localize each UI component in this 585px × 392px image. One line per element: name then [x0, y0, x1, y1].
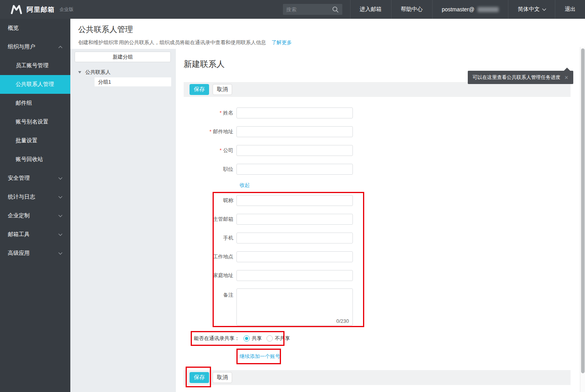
- sidebar-item-overview[interactable]: 概览: [0, 19, 70, 38]
- account-menu[interactable]: postmaster@: [432, 0, 508, 19]
- form-row-mobile: 手机: [176, 233, 580, 243]
- close-icon[interactable]: ✕: [564, 75, 569, 81]
- brand-name: 阿里邮箱: [27, 5, 55, 14]
- position-label: 职位: [176, 166, 236, 173]
- sidebar-item-label: 安全管理: [8, 175, 30, 182]
- sidebar-item-account-alias[interactable]: 账号别名设置: [0, 113, 70, 131]
- email-label: *邮件地址: [176, 128, 236, 135]
- required-mark: *: [220, 147, 222, 153]
- form-row-remark: 备注 0/230: [176, 288, 580, 327]
- work-address-label: 工作地点: [176, 253, 236, 260]
- scrollbar[interactable]: [580, 47, 585, 392]
- cancel-button-bottom[interactable]: 取消: [213, 372, 232, 383]
- form-row-work-address: 工作地点: [176, 251, 580, 262]
- sidebar-item-enterprise-custom[interactable]: 企业定制: [0, 206, 70, 225]
- company-input[interactable]: [236, 145, 353, 156]
- sidebar-item-org-users[interactable]: 组织与用户: [0, 38, 70, 56]
- alimail-logo-icon: [10, 5, 23, 14]
- name-input[interactable]: [236, 107, 353, 118]
- sidebar-item-label: 批量设置: [16, 137, 38, 144]
- page-title: 公共联系人管理: [78, 24, 585, 35]
- new-group-button[interactable]: 新建分组: [75, 52, 171, 62]
- mobile-input[interactable]: [236, 233, 353, 243]
- logout-label: 退出: [565, 6, 576, 13]
- email-input[interactable]: [236, 126, 353, 137]
- tree-root-public-contacts[interactable]: 公共联系人: [78, 69, 111, 76]
- chevron-down-icon: [59, 213, 63, 217]
- search-icon[interactable]: [332, 6, 339, 13]
- remark-counter: 0/230: [336, 318, 349, 324]
- chevron-down-icon: [542, 7, 546, 11]
- sidebar: 概览 组织与用户 员工账号管理 公共联系人管理 邮件组 账号别名设置 批量设置 …: [0, 19, 70, 392]
- collapse-link[interactable]: 收起: [240, 182, 250, 189]
- save-button-top[interactable]: 保存: [190, 84, 209, 95]
- form-row-supervisor-email: 主管邮箱: [176, 214, 580, 225]
- bottom-toolbar: 保存 取消: [184, 370, 571, 385]
- sidebar-item-mail-tools[interactable]: 邮箱工具: [0, 225, 70, 244]
- sidebar-item-stats-logs[interactable]: 统计与日志: [0, 188, 70, 206]
- logout-link[interactable]: 退出: [555, 0, 585, 19]
- sidebar-item-label: 概览: [8, 25, 19, 32]
- sidebar-item-mail-groups[interactable]: 邮件组: [0, 94, 70, 113]
- work-address-input[interactable]: [236, 251, 353, 262]
- nickname-label: 昵称: [176, 197, 236, 204]
- sidebar-item-batch-settings[interactable]: 批量设置: [0, 131, 70, 150]
- share-row: 能否在通讯录共享： 共享 不共享: [194, 334, 295, 343]
- sidebar-item-security[interactable]: 安全管理: [0, 169, 70, 188]
- share-radio-yes[interactable]: [243, 335, 250, 342]
- tree-root-label: 公共联系人: [85, 69, 111, 76]
- sidebar-item-advanced-apps[interactable]: 高级应用: [0, 244, 70, 263]
- cancel-button-top[interactable]: 取消: [213, 84, 232, 95]
- tooltip-text: 可以在这里查看公共联系人管理任务进度: [472, 74, 560, 81]
- form-title: 新建联系人: [184, 59, 225, 70]
- sidebar-item-label: 员工账号管理: [16, 62, 48, 69]
- sidebar-item-label: 邮件组: [16, 100, 32, 107]
- edition-badge: 企业版: [59, 6, 73, 13]
- chevron-down-icon: [59, 251, 63, 255]
- new-contact-form: 新建联系人 保存 取消 *姓名 *邮件地址 *公司 职位 收起 昵称 主管邮箱 …: [176, 49, 580, 392]
- chevron-down-icon: [59, 195, 63, 199]
- company-label: *公司: [176, 147, 236, 154]
- search-input[interactable]: [286, 7, 332, 13]
- language-selector[interactable]: 简体中文: [508, 0, 555, 19]
- help-center-link[interactable]: 帮助中心: [391, 0, 432, 19]
- sidebar-item-label: 邮箱工具: [8, 231, 30, 238]
- sidebar-item-label: 组织与用户: [8, 43, 35, 50]
- share-no-label: 不共享: [275, 335, 290, 342]
- sidebar-item-employee-accounts[interactable]: 员工账号管理: [0, 56, 70, 75]
- page-subtitle-text: 创建和维护组织常用的公共联系人，组织成员将能在通讯录中查看和使用联系人信息: [78, 39, 266, 45]
- nickname-input[interactable]: [236, 195, 353, 206]
- task-progress-tooltip: 可以在这里查看公共联系人管理任务进度 ✕: [468, 71, 573, 84]
- enter-mailbox-link[interactable]: 进入邮箱: [350, 0, 391, 19]
- position-input[interactable]: [236, 164, 353, 175]
- language-label: 简体中文: [518, 6, 540, 13]
- remark-label: 备注: [176, 288, 236, 327]
- form-row-name: *姓名: [176, 107, 580, 118]
- name-label: *姓名: [176, 109, 236, 116]
- save-button-bottom[interactable]: 保存: [190, 372, 209, 383]
- sidebar-item-account-recycle[interactable]: 账号回收站: [0, 150, 70, 169]
- search-box[interactable]: [283, 4, 342, 15]
- home-address-input[interactable]: [236, 270, 353, 281]
- scrollbar-thumb[interactable]: [581, 48, 585, 373]
- remark-textarea[interactable]: [236, 288, 353, 326]
- form-row-nickname: 昵称: [176, 195, 580, 206]
- sidebar-item-label: 高级应用: [8, 250, 30, 257]
- form-row-email: *邮件地址: [176, 126, 580, 137]
- remark-wrap: 0/230: [236, 288, 353, 327]
- mobile-label: 手机: [176, 234, 236, 242]
- sidebar-item-public-contacts[interactable]: 公共联系人管理: [0, 75, 70, 94]
- share-radio-no[interactable]: [267, 335, 273, 342]
- help-center-label: 帮助中心: [401, 6, 423, 13]
- enter-mailbox-label: 进入邮箱: [360, 6, 382, 13]
- sidebar-item-label: 统计与日志: [8, 193, 35, 200]
- supervisor-email-input[interactable]: [236, 214, 353, 225]
- page-subtitle: 创建和维护组织常用的公共联系人，组织成员将能在通讯录中查看和使用联系人信息 了解…: [78, 39, 585, 46]
- sidebar-item-label: 账号回收站: [16, 156, 43, 163]
- share-yes-label: 共享: [252, 335, 262, 342]
- add-another-account-link[interactable]: 继续添加一个账号: [240, 353, 280, 360]
- triangle-down-icon: [78, 71, 81, 73]
- tree-group-item[interactable]: 分组1: [95, 77, 171, 86]
- learn-more-link[interactable]: 了解更多: [272, 39, 292, 45]
- sidebar-item-label: 账号别名设置: [16, 118, 48, 125]
